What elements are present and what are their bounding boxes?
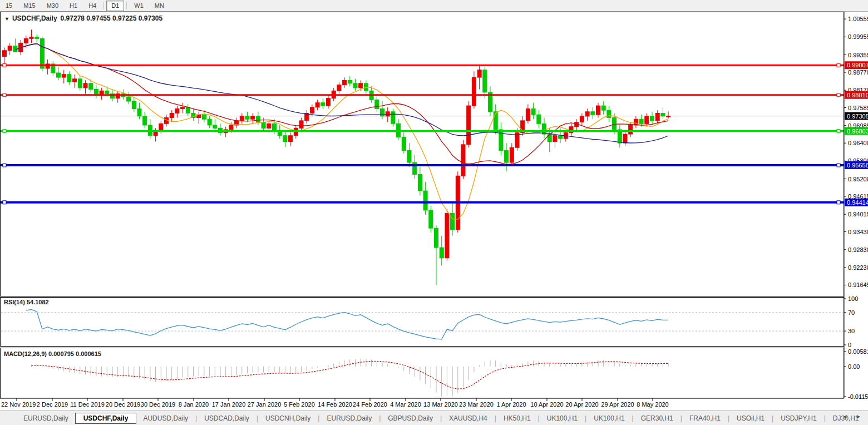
tab-ger30-h1[interactable]: GER30,H1 — [634, 413, 680, 424]
candle — [596, 106, 600, 115]
candle — [67, 75, 71, 82]
price-axis-label: 0.99355 — [848, 52, 868, 58]
line-handle-right[interactable] — [837, 63, 840, 67]
tab-audusd-daily[interactable]: AUDUSD,Daily — [136, 413, 195, 424]
candle — [472, 77, 476, 106]
candle — [650, 116, 654, 121]
candle — [175, 108, 179, 113]
candle — [132, 101, 136, 108]
candle — [591, 112, 595, 115]
tab-fra40-h1[interactable]: FRA40,H1 — [683, 413, 727, 424]
candle — [548, 134, 551, 141]
ohlc-readout: 0.97278 0.97455 0.97225 0.97305 — [61, 14, 163, 22]
candle — [289, 136, 293, 142]
candle — [505, 151, 509, 162]
candle — [440, 248, 443, 258]
candle — [283, 136, 287, 142]
candle — [375, 100, 379, 108]
macd-panel-frame — [1, 348, 844, 398]
line-handle-left[interactable] — [3, 164, 6, 167]
candle — [402, 137, 406, 150]
tab-uk100-h1[interactable]: UK100,H1 — [587, 413, 631, 424]
date-axis-label: 4 Mar 2020 — [390, 401, 421, 408]
candle — [321, 103, 325, 106]
candle — [477, 70, 481, 77]
tab-usdchf-daily[interactable]: USDCHF,Daily — [75, 413, 137, 424]
line-handle-right[interactable] — [837, 164, 840, 167]
price-axis-label: 0.93430 — [848, 229, 868, 235]
candle — [645, 116, 649, 123]
line-handle-right[interactable] — [837, 93, 840, 97]
date-axis-label: 20 Dec 2019 — [106, 401, 140, 408]
candle — [381, 108, 384, 116]
candle — [613, 118, 617, 130]
date-axis-label: 24 Feb 2020 — [353, 401, 387, 408]
line-handle-left[interactable] — [3, 201, 6, 204]
tab-xauusd-h4[interactable]: XAUUSD,H4 — [442, 413, 494, 424]
candle — [315, 103, 319, 107]
candle — [418, 175, 422, 191]
price-chart-canvas[interactable]: 1.005550.999550.993550.987700.981700.975… — [0, 0, 868, 411]
candle — [137, 108, 141, 116]
price-badge-value: 0.95658 — [847, 162, 868, 169]
candle — [526, 108, 530, 120]
rsi-scale-label: 100 — [848, 295, 858, 302]
candle — [461, 145, 465, 176]
line-handle-right[interactable] — [837, 201, 840, 204]
tab-usdcnh-daily[interactable]: USDCNH,Daily — [259, 413, 317, 424]
candle — [35, 37, 39, 39]
date-axis-label: 22 Nov 2019 — [1, 401, 36, 408]
date-axis-label: 8 Jan 2020 — [179, 401, 209, 408]
tab-eurusd-daily[interactable]: EURUSD,Daily — [320, 413, 378, 424]
candle — [159, 123, 163, 131]
date-axis-label: 27 Jan 2020 — [248, 401, 282, 408]
date-axis-label: 2 Dec 2019 — [37, 401, 68, 408]
macd-scale-label: 0.00 — [848, 363, 860, 370]
line-handle-left[interactable] — [3, 93, 6, 97]
macd-scale-label: -0.011514 — [848, 393, 868, 400]
candle — [213, 125, 217, 128]
candle — [170, 113, 174, 118]
candle — [127, 97, 131, 101]
candle — [273, 123, 277, 131]
price-badge-value: 0.96803 — [847, 128, 868, 135]
candle — [391, 112, 395, 123]
candle — [623, 134, 627, 143]
candle — [542, 123, 546, 134]
tab-usdcad-daily[interactable]: USDCAD,Daily — [198, 413, 256, 424]
candle — [105, 91, 109, 93]
candle — [143, 116, 147, 125]
chart-title: ▼USDCHF,Daily0.97278 0.97455 0.97225 0.9… — [4, 14, 162, 22]
tab-hk50-h1[interactable]: HK50,H1 — [497, 413, 537, 424]
line-handle-left[interactable] — [3, 63, 6, 67]
date-axis-label: 23 Mar 2020 — [459, 401, 494, 408]
candle — [467, 106, 471, 145]
tab-eurusd-daily[interactable]: EURUSD,Daily — [17, 413, 75, 424]
price-axis-label: 0.99955 — [848, 33, 868, 40]
candle — [337, 85, 341, 91]
candle — [310, 107, 314, 113]
candle — [531, 108, 535, 115]
candle — [3, 51, 7, 57]
tab-usoil-h1[interactable]: USOil,H1 — [730, 413, 771, 424]
candle — [435, 228, 438, 248]
rsi-scale-label: 0 — [848, 342, 851, 348]
tab-usdjpy-h1[interactable]: USDJPY,H1 — [774, 413, 823, 424]
rsi-scale-label: 30 — [848, 328, 855, 334]
line-handle-right[interactable] — [837, 130, 840, 133]
candle — [510, 147, 514, 162]
price-axis-label: 0.94015 — [848, 211, 868, 218]
tab-uk100-h1[interactable]: UK100,H1 — [540, 413, 584, 424]
tab-gbpusd-daily[interactable]: GBPUSD,Daily — [381, 413, 440, 424]
candle — [494, 112, 497, 130]
price-axis-label: 0.91645 — [848, 281, 868, 288]
tab-scroll-arrows[interactable]: ◄ ► — [842, 413, 865, 419]
candle — [8, 46, 12, 51]
candle — [202, 115, 206, 119]
candle — [57, 73, 61, 77]
line-handle-left[interactable] — [3, 130, 6, 133]
date-axis-label: 5 Feb 2020 — [284, 401, 315, 408]
date-axis-label: 17 Jan 2020 — [212, 401, 246, 408]
chart-dropdown-icon[interactable]: ▼ — [4, 16, 9, 22]
candle — [62, 75, 66, 77]
